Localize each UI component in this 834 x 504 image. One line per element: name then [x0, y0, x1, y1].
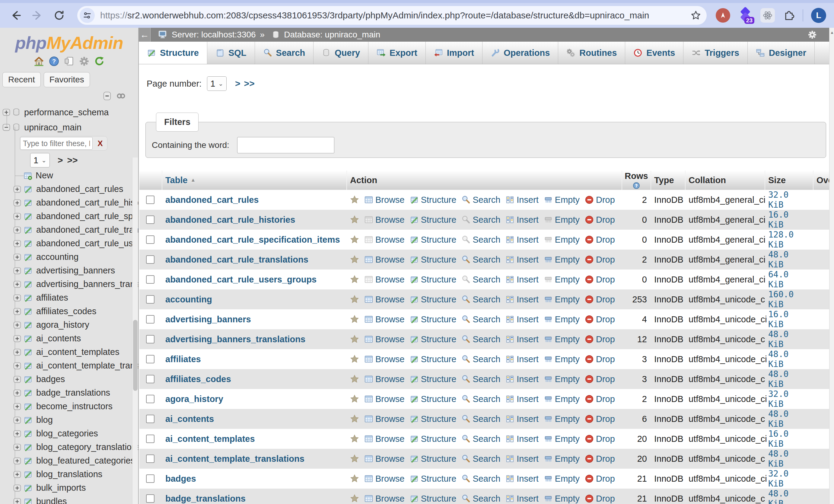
- tab-events[interactable]: Events: [625, 42, 683, 64]
- action-structure-link[interactable]: Structure: [410, 275, 457, 285]
- expand-icon[interactable]: [13, 294, 21, 302]
- action-insert-link[interactable]: Insert: [505, 334, 539, 344]
- table-link[interactable]: abandoned_cart_rule_translations: [166, 255, 308, 265]
- link-with-main-icon[interactable]: [116, 92, 126, 100]
- reload-button[interactable]: [52, 9, 66, 22]
- action-drop-link[interactable]: Drop: [585, 294, 615, 305]
- action-browse-link[interactable]: Browse: [364, 314, 404, 324]
- collapse-icon[interactable]: [2, 124, 10, 131]
- action-drop-link[interactable]: Drop: [585, 255, 615, 265]
- action-browse-link[interactable]: Browse: [364, 414, 404, 424]
- expand-icon[interactable]: [13, 335, 21, 343]
- tree-filter-clear-button[interactable]: X: [93, 139, 107, 148]
- home-icon[interactable]: [34, 56, 44, 67]
- action-drop-link[interactable]: Drop: [585, 334, 615, 344]
- table-link[interactable]: badges: [166, 474, 196, 484]
- table-link[interactable]: ai_contents: [166, 414, 214, 424]
- action-browse-link[interactable]: Browse: [364, 294, 404, 305]
- action-drop-link[interactable]: Drop: [585, 454, 615, 464]
- row-checkbox[interactable]: [146, 415, 154, 423]
- breadcrumb-database[interactable]: Database: upniraco_main: [284, 30, 380, 40]
- table-link[interactable]: affiliates: [166, 354, 201, 364]
- page-settings-icon[interactable]: [808, 30, 817, 40]
- tree-table-item[interactable]: blog: [0, 413, 138, 427]
- action-insert-link[interactable]: Insert: [505, 215, 539, 225]
- tree-table-item[interactable]: accounting: [0, 250, 138, 264]
- expand-icon[interactable]: [13, 321, 21, 329]
- action-drop-link[interactable]: Drop: [585, 494, 615, 504]
- action-search-link[interactable]: Search: [461, 255, 500, 265]
- table-link[interactable]: affiliates_codes: [166, 374, 231, 384]
- collapse-panel-button[interactable]: ←: [139, 28, 151, 42]
- row-checkbox[interactable]: [146, 295, 154, 304]
- expand-icon[interactable]: [13, 498, 21, 504]
- tree-table-item[interactable]: badge_translations: [0, 386, 138, 400]
- row-checkbox[interactable]: [146, 275, 154, 284]
- action-structure-link[interactable]: Structure: [410, 354, 457, 364]
- action-structure-link[interactable]: Structure: [410, 314, 457, 324]
- action-drop-link[interactable]: Drop: [585, 414, 615, 424]
- tab-designer[interactable]: Designer: [748, 42, 815, 64]
- action-empty-link[interactable]: Empty: [544, 334, 579, 344]
- tree-table-item[interactable]: advertising_banners: [0, 264, 138, 277]
- tree-table-item[interactable]: abandoned_cart_rules: [0, 182, 138, 196]
- expand-icon[interactable]: [13, 362, 21, 370]
- favorite-star-icon[interactable]: [350, 335, 359, 344]
- action-structure-link[interactable]: Structure: [410, 195, 457, 205]
- action-empty-link[interactable]: Empty: [544, 275, 579, 285]
- extension-navigator-icon[interactable]: [716, 8, 730, 23]
- row-checkbox[interactable]: [146, 235, 154, 244]
- action-structure-link[interactable]: Structure: [410, 394, 457, 404]
- action-search-link[interactable]: Search: [461, 414, 500, 424]
- action-browse-link[interactable]: Browse: [364, 374, 404, 384]
- tab-export[interactable]: Export: [368, 42, 426, 64]
- action-structure-link[interactable]: Structure: [410, 235, 457, 245]
- tree-table-item[interactable]: abandoned_cart_rule_histories: [0, 196, 138, 210]
- action-browse-link[interactable]: Browse: [364, 494, 404, 504]
- table-link[interactable]: advertising_banners: [166, 314, 251, 324]
- expand-icon[interactable]: [13, 253, 21, 261]
- expand-icon[interactable]: [13, 443, 21, 451]
- expand-icon[interactable]: [13, 416, 21, 424]
- favorite-star-icon[interactable]: [350, 394, 359, 403]
- action-empty-link[interactable]: Empty: [544, 255, 579, 265]
- action-structure-link[interactable]: Structure: [410, 414, 457, 424]
- action-structure-link[interactable]: Structure: [410, 474, 457, 484]
- action-empty-link[interactable]: Empty: [544, 235, 579, 245]
- action-empty-link[interactable]: Empty: [544, 374, 579, 384]
- tree-table-item[interactable]: bulk_imports: [0, 481, 138, 495]
- tree-table-item[interactable]: advertising_banners_translations: [0, 277, 138, 291]
- action-search-link[interactable]: Search: [461, 235, 500, 245]
- table-link[interactable]: ai_content_templates: [166, 434, 255, 444]
- tab-triggers[interactable]: Triggers: [683, 42, 747, 64]
- action-insert-link[interactable]: Insert: [505, 294, 539, 305]
- tab-import[interactable]: Import: [426, 42, 482, 64]
- table-link[interactable]: agora_history: [166, 394, 223, 404]
- expand-icon[interactable]: [2, 108, 10, 116]
- favorite-star-icon[interactable]: [350, 414, 359, 423]
- rows-help-icon[interactable]: ?: [633, 182, 640, 190]
- recent-tab[interactable]: Recent: [2, 72, 41, 87]
- action-browse-link[interactable]: Browse: [364, 354, 404, 364]
- action-search-link[interactable]: Search: [461, 374, 500, 384]
- action-search-link[interactable]: Search: [461, 494, 500, 504]
- action-structure-link[interactable]: Structure: [410, 494, 457, 504]
- action-browse-link[interactable]: Browse: [364, 434, 404, 444]
- tree-new-table[interactable]: New: [0, 169, 138, 182]
- page-scrollbar[interactable]: ▲: [829, 28, 834, 504]
- tree-db-upniraco-main[interactable]: upniraco_main: [0, 120, 138, 135]
- extensions-puzzle-icon[interactable]: [783, 9, 795, 21]
- action-drop-link[interactable]: Drop: [585, 394, 615, 404]
- favorite-star-icon[interactable]: [350, 235, 359, 244]
- expand-icon[interactable]: [13, 484, 21, 492]
- table-link[interactable]: abandoned_cart_rules: [166, 195, 259, 205]
- expand-icon[interactable]: [13, 457, 21, 465]
- tree-table-item[interactable]: blog_categories: [0, 427, 138, 440]
- action-drop-link[interactable]: Drop: [585, 195, 615, 205]
- row-checkbox[interactable]: [146, 196, 154, 204]
- tree-next-page-link[interactable]: >: [58, 155, 63, 166]
- action-structure-link[interactable]: Structure: [410, 215, 457, 225]
- tree-table-item[interactable]: blog_translations: [0, 467, 138, 481]
- table-link[interactable]: advertising_banners_translations: [166, 334, 305, 344]
- action-empty-link[interactable]: Empty: [544, 434, 579, 444]
